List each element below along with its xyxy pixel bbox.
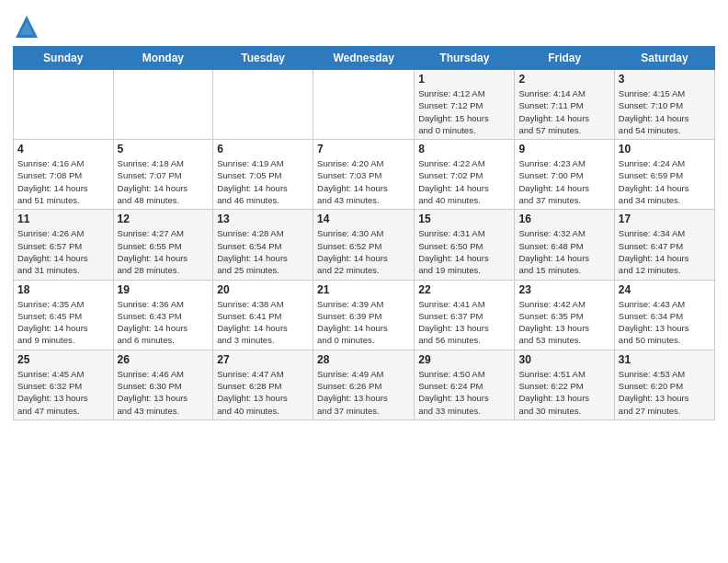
day-info: Sunrise: 4:47 AMSunset: 6:28 PMDaylight:… (217, 368, 309, 417)
day-info: Sunrise: 4:38 AMSunset: 6:41 PMDaylight:… (217, 298, 309, 347)
day-of-week-header: Tuesday (213, 47, 313, 70)
day-of-week-header: Saturday (614, 47, 714, 70)
day-info: Sunrise: 4:24 AMSunset: 6:59 PMDaylight:… (619, 157, 711, 206)
calendar-cell: 3Sunrise: 4:15 AMSunset: 7:10 PMDaylight… (614, 70, 714, 140)
calendar-week-row: 25Sunrise: 4:45 AMSunset: 6:32 PMDayligh… (14, 350, 715, 419)
day-number: 12 (118, 213, 210, 225)
day-number: 30 (518, 353, 609, 366)
calendar-cell: 8Sunrise: 4:22 AMSunset: 7:02 PMDaylight… (415, 140, 515, 210)
day-number: 15 (418, 213, 510, 225)
day-info: Sunrise: 4:23 AMSunset: 7:00 PMDaylight:… (518, 157, 609, 206)
day-number: 25 (17, 353, 109, 366)
calendar-cell: 20Sunrise: 4:38 AMSunset: 6:41 PMDayligh… (213, 280, 313, 350)
calendar-cell: 6Sunrise: 4:19 AMSunset: 7:05 PMDaylight… (213, 140, 313, 210)
day-number: 21 (317, 283, 410, 296)
day-info: Sunrise: 4:22 AMSunset: 7:02 PMDaylight:… (418, 157, 510, 206)
day-number: 8 (418, 143, 510, 155)
calendar-cell: 1Sunrise: 4:12 AMSunset: 7:12 PMDaylight… (415, 70, 515, 140)
calendar-week-row: 11Sunrise: 4:26 AMSunset: 6:57 PMDayligh… (14, 210, 715, 280)
calendar-cell: 13Sunrise: 4:28 AMSunset: 6:54 PMDayligh… (213, 210, 313, 280)
day-number: 18 (17, 283, 109, 296)
day-number: 16 (518, 213, 609, 225)
day-info: Sunrise: 4:50 AMSunset: 6:24 PMDaylight:… (418, 368, 510, 417)
logo-icon (13, 13, 40, 40)
calendar-cell: 16Sunrise: 4:32 AMSunset: 6:48 PMDayligh… (515, 210, 614, 280)
day-number: 20 (217, 283, 309, 296)
calendar-cell: 22Sunrise: 4:41 AMSunset: 6:37 PMDayligh… (415, 280, 515, 350)
calendar-cell: 12Sunrise: 4:27 AMSunset: 6:55 PMDayligh… (113, 210, 213, 280)
calendar-cell: 31Sunrise: 4:53 AMSunset: 6:20 PMDayligh… (614, 350, 714, 419)
day-info: Sunrise: 4:19 AMSunset: 7:05 PMDaylight:… (217, 157, 309, 206)
day-number: 9 (518, 143, 609, 155)
calendar-cell (213, 70, 313, 140)
day-number: 26 (118, 353, 210, 366)
calendar-cell: 25Sunrise: 4:45 AMSunset: 6:32 PMDayligh… (14, 350, 114, 419)
calendar-cell (14, 70, 114, 140)
day-info: Sunrise: 4:43 AMSunset: 6:34 PMDaylight:… (619, 298, 711, 347)
day-info: Sunrise: 4:46 AMSunset: 6:30 PMDaylight:… (118, 368, 210, 417)
calendar-cell: 17Sunrise: 4:34 AMSunset: 6:47 PMDayligh… (614, 210, 714, 280)
calendar-cell: 2Sunrise: 4:14 AMSunset: 7:11 PMDaylight… (515, 70, 614, 140)
calendar-cell: 27Sunrise: 4:47 AMSunset: 6:28 PMDayligh… (213, 350, 313, 419)
header-row: SundayMondayTuesdayWednesdayThursdayFrid… (14, 47, 715, 70)
page: SundayMondayTuesdayWednesdayThursdayFrid… (0, 0, 728, 563)
logo (13, 13, 44, 40)
day-info: Sunrise: 4:15 AMSunset: 7:10 PMDaylight:… (619, 87, 711, 136)
calendar-cell: 30Sunrise: 4:51 AMSunset: 6:22 PMDayligh… (515, 350, 614, 419)
calendar-table: SundayMondayTuesdayWednesdayThursdayFrid… (13, 46, 715, 420)
day-info: Sunrise: 4:51 AMSunset: 6:22 PMDaylight:… (518, 368, 609, 417)
day-info: Sunrise: 4:42 AMSunset: 6:35 PMDaylight:… (518, 298, 609, 347)
calendar-cell: 10Sunrise: 4:24 AMSunset: 6:59 PMDayligh… (614, 140, 714, 210)
day-number: 10 (619, 143, 711, 155)
calendar-cell: 19Sunrise: 4:36 AMSunset: 6:43 PMDayligh… (113, 280, 213, 350)
day-info: Sunrise: 4:18 AMSunset: 7:07 PMDaylight:… (118, 157, 210, 206)
calendar-cell: 11Sunrise: 4:26 AMSunset: 6:57 PMDayligh… (14, 210, 114, 280)
day-of-week-header: Wednesday (313, 47, 415, 70)
calendar-cell: 15Sunrise: 4:31 AMSunset: 6:50 PMDayligh… (415, 210, 515, 280)
day-info: Sunrise: 4:49 AMSunset: 6:26 PMDaylight:… (317, 368, 410, 417)
calendar-cell (313, 70, 415, 140)
calendar-cell: 5Sunrise: 4:18 AMSunset: 7:07 PMDaylight… (113, 140, 213, 210)
day-number: 24 (619, 283, 711, 296)
day-number: 2 (518, 73, 609, 86)
calendar-cell: 29Sunrise: 4:50 AMSunset: 6:24 PMDayligh… (415, 350, 515, 419)
calendar-cell: 26Sunrise: 4:46 AMSunset: 6:30 PMDayligh… (113, 350, 213, 419)
day-info: Sunrise: 4:27 AMSunset: 6:55 PMDaylight:… (118, 227, 210, 276)
day-number: 28 (317, 353, 410, 366)
calendar-cell: 28Sunrise: 4:49 AMSunset: 6:26 PMDayligh… (313, 350, 415, 419)
day-info: Sunrise: 4:53 AMSunset: 6:20 PMDaylight:… (619, 368, 711, 417)
day-info: Sunrise: 4:32 AMSunset: 6:48 PMDaylight:… (518, 227, 609, 276)
day-info: Sunrise: 4:30 AMSunset: 6:52 PMDaylight:… (317, 227, 410, 276)
day-number: 14 (317, 213, 410, 225)
day-number: 1 (418, 73, 510, 86)
calendar-cell: 24Sunrise: 4:43 AMSunset: 6:34 PMDayligh… (614, 280, 714, 350)
day-info: Sunrise: 4:41 AMSunset: 6:37 PMDaylight:… (418, 298, 510, 347)
day-number: 23 (518, 283, 609, 296)
day-number: 7 (317, 143, 410, 155)
calendar-body: 1Sunrise: 4:12 AMSunset: 7:12 PMDaylight… (14, 70, 715, 420)
day-info: Sunrise: 4:16 AMSunset: 7:08 PMDaylight:… (17, 157, 109, 206)
day-of-week-header: Friday (515, 47, 614, 70)
calendar-cell: 23Sunrise: 4:42 AMSunset: 6:35 PMDayligh… (515, 280, 614, 350)
day-info: Sunrise: 4:28 AMSunset: 6:54 PMDaylight:… (217, 227, 309, 276)
calendar-week-row: 18Sunrise: 4:35 AMSunset: 6:45 PMDayligh… (14, 280, 715, 350)
day-info: Sunrise: 4:36 AMSunset: 6:43 PMDaylight:… (118, 298, 210, 347)
day-number: 6 (217, 143, 309, 155)
calendar-cell: 4Sunrise: 4:16 AMSunset: 7:08 PMDaylight… (14, 140, 114, 210)
day-number: 29 (418, 353, 510, 366)
day-number: 3 (619, 73, 711, 86)
day-info: Sunrise: 4:34 AMSunset: 6:47 PMDaylight:… (619, 227, 711, 276)
day-info: Sunrise: 4:35 AMSunset: 6:45 PMDaylight:… (17, 298, 109, 347)
day-number: 11 (17, 213, 109, 225)
day-number: 13 (217, 213, 309, 225)
day-number: 31 (619, 353, 711, 366)
day-number: 17 (619, 213, 711, 225)
day-of-week-header: Thursday (415, 47, 515, 70)
calendar-cell: 9Sunrise: 4:23 AMSunset: 7:00 PMDaylight… (515, 140, 614, 210)
day-of-week-header: Monday (113, 47, 213, 70)
day-number: 4 (17, 143, 109, 155)
calendar-cell (113, 70, 213, 140)
day-number: 22 (418, 283, 510, 296)
calendar-cell: 7Sunrise: 4:20 AMSunset: 7:03 PMDaylight… (313, 140, 415, 210)
day-info: Sunrise: 4:31 AMSunset: 6:50 PMDaylight:… (418, 227, 510, 276)
